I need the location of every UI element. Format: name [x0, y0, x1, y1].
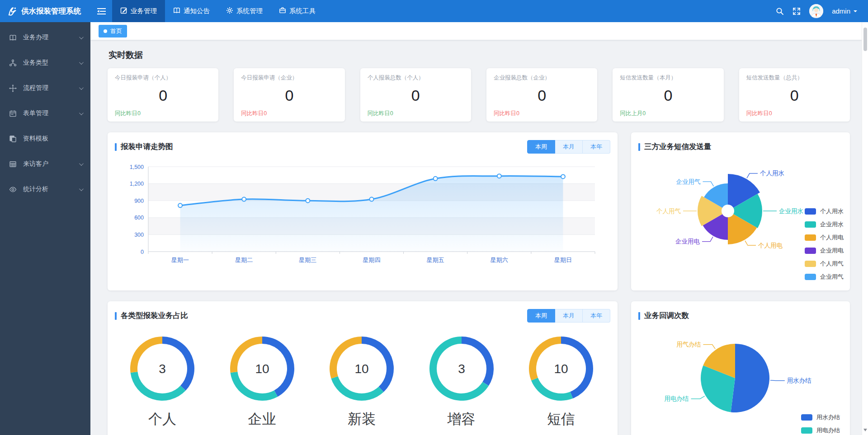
logo-icon: [6, 6, 17, 17]
fullscreen-icon[interactable]: [793, 7, 801, 15]
logo[interactable]: 供水报装管理系统: [0, 0, 90, 22]
trend-line-chart: 03006009001,2001,500星期一星期二星期三星期四星期五星期六星期…: [115, 159, 609, 271]
chevron-down-icon: [79, 35, 84, 39]
tag-home[interactable]: 首页: [99, 25, 127, 37]
nav-item-business-management[interactable]: 业务管理: [112, 0, 165, 22]
stat-card-value: 0: [368, 87, 464, 104]
legend-item-个人用气[interactable]: 个人用气: [805, 260, 844, 268]
data-point: [370, 197, 374, 201]
stat-card-total-personal: 个人报装总数（个人） 0 同比昨日0: [360, 68, 471, 122]
notice-icon: [173, 7, 180, 15]
stat-card-title: 企业报装总数（企业）: [494, 74, 590, 82]
scrollbar-thumb[interactable]: [863, 28, 867, 51]
chart-text: 用电办结: [665, 395, 689, 402]
stat-card-footer: 同比昨日0: [494, 110, 519, 117]
legend-item-用水办结[interactable]: 用水办结: [801, 413, 840, 421]
legend-item-用电办结[interactable]: 用电办结: [801, 426, 840, 435]
stat-card-footer: 同比上月0: [620, 110, 646, 117]
sidebar-item-document-template[interactable]: 资料模板: [0, 126, 90, 151]
nav-item-label: 系统管理: [236, 7, 263, 15]
sidebar-item-label: 资料模板: [23, 135, 48, 143]
scroll-down-arrow-icon[interactable]: [863, 429, 867, 433]
panel-title: 业务回调次数: [644, 311, 689, 321]
chart-text: 星期一: [171, 257, 189, 263]
legend-item-企业用水[interactable]: 企业用水: [805, 220, 844, 229]
stat-card-sms-total: 短信发送数量（总共） 0 同比昨日0: [739, 68, 850, 122]
nav-item-system-tools[interactable]: 系统工具: [271, 0, 324, 22]
chart-text: 个人用气: [656, 208, 681, 215]
donut-chart-个人: 3个人: [128, 335, 196, 429]
legend-swatch-icon: [805, 274, 816, 280]
donut-label: 企业: [248, 410, 276, 429]
legend-item-企业用气[interactable]: 企业用气: [805, 273, 844, 281]
legend-item-个人用水[interactable]: 个人用水: [805, 207, 844, 215]
period-week-button[interactable]: 本周: [527, 140, 555, 154]
period-year-button[interactable]: 本年: [583, 309, 610, 323]
data-point: [434, 177, 438, 181]
donut-label: 个人: [148, 410, 176, 429]
move-icon: [9, 84, 17, 92]
legend-item-个人用电[interactable]: 个人用电: [805, 234, 844, 242]
stat-cards-row: 今日报装申请（个人） 0 同比昨日0 今日报装申请（企业） 0 同比昨日0 个人…: [108, 68, 850, 122]
stat-card-footer: 同比昨日0: [241, 110, 267, 117]
donut-ring: 10: [527, 335, 595, 402]
panel-header: 各类型报装业务占比 本周 本月 本年: [115, 309, 610, 323]
donut-ring: 3: [428, 335, 495, 402]
top-menu: 业务管理 通知公告 系统管理 系统工具: [112, 0, 324, 22]
sidebar-toggle-button[interactable]: [90, 0, 112, 22]
nav-item-label: 业务管理: [131, 7, 157, 15]
stat-card-value: 0: [620, 87, 716, 104]
active-tag-dot-icon: [104, 29, 107, 33]
chart-text: 10: [255, 362, 269, 376]
donut-chart-新装: 10新装: [328, 335, 396, 429]
legend-item-企业用电[interactable]: 企业用电: [805, 247, 844, 255]
main-area: 首页 实时数据 今日报装申请（个人） 0 同比昨日0 今日报装申请（企业） 0 …: [90, 22, 862, 435]
table-icon: [9, 160, 17, 168]
period-week-button[interactable]: 本周: [527, 309, 555, 323]
period-year-button[interactable]: 本年: [583, 140, 610, 154]
donut-segment-yellow: [130, 337, 162, 373]
charts-row-2: 各类型报装业务占比 本周 本月 本年 3个人10企业10新装3增容10短信 业务…: [108, 301, 850, 435]
stat-card-value: 0: [115, 87, 211, 104]
donut-segment-teal: [331, 376, 383, 401]
nav-item-notice[interactable]: 通知公告: [165, 0, 218, 22]
legend-label: 个人用电: [820, 234, 844, 242]
title-bar-icon: [115, 312, 117, 320]
chevron-down-icon: [79, 85, 84, 90]
sidebar-item-form-management[interactable]: 表单管理: [0, 101, 90, 126]
donut-segment-teal: [531, 378, 573, 401]
stat-card-title: 短信发送数量（本月）: [620, 74, 716, 82]
data-point: [561, 174, 565, 178]
search-icon[interactable]: [776, 7, 784, 15]
sidebar-item-visiting-customers[interactable]: 来访客户: [0, 151, 90, 177]
chart-text: 企业用水: [779, 208, 803, 215]
copy-icon: [9, 135, 17, 143]
period-month-button[interactable]: 本月: [555, 140, 583, 154]
sidebar-item-business-type[interactable]: 业务类型: [0, 50, 90, 75]
stat-card-title: 今日报装申请（个人）: [115, 74, 211, 82]
user-dropdown[interactable]: admin: [832, 7, 857, 15]
sidebar-item-label: 表单管理: [23, 109, 48, 117]
legend-label: 个人用水: [820, 207, 844, 215]
legend-swatch-icon: [801, 427, 812, 434]
avatar[interactable]: [809, 4, 823, 18]
legend-label: 用电办结: [816, 426, 840, 435]
legend-label: 企业用气: [820, 273, 844, 281]
nav-item-system-management[interactable]: 系统管理: [218, 0, 271, 22]
nav-item-label: 通知公告: [184, 7, 210, 15]
period-month-button[interactable]: 本月: [555, 309, 583, 323]
form-icon: [9, 110, 17, 117]
title-bar-icon: [638, 312, 640, 320]
section-title-realtime: 实时数据: [108, 49, 850, 61]
donut-chart-企业: 10企业: [228, 335, 296, 429]
donut-ring: 10: [228, 335, 296, 402]
sidebar-item-process-management[interactable]: 流程管理: [0, 75, 90, 101]
trend-line-chart-container: 03006009001,2001,500星期一星期二星期三星期四星期五星期六星期…: [115, 159, 610, 273]
chevron-down-icon: [79, 111, 84, 115]
sidebar-item-statistics[interactable]: 统计分析: [0, 177, 90, 202]
sidebar-item-business-handling[interactable]: 业务办理: [0, 25, 90, 50]
data-point: [242, 197, 246, 201]
panel-title: 报装申请走势图: [121, 142, 173, 152]
chevron-down-icon: [854, 10, 857, 14]
chart-text: 企业用电: [675, 238, 700, 245]
